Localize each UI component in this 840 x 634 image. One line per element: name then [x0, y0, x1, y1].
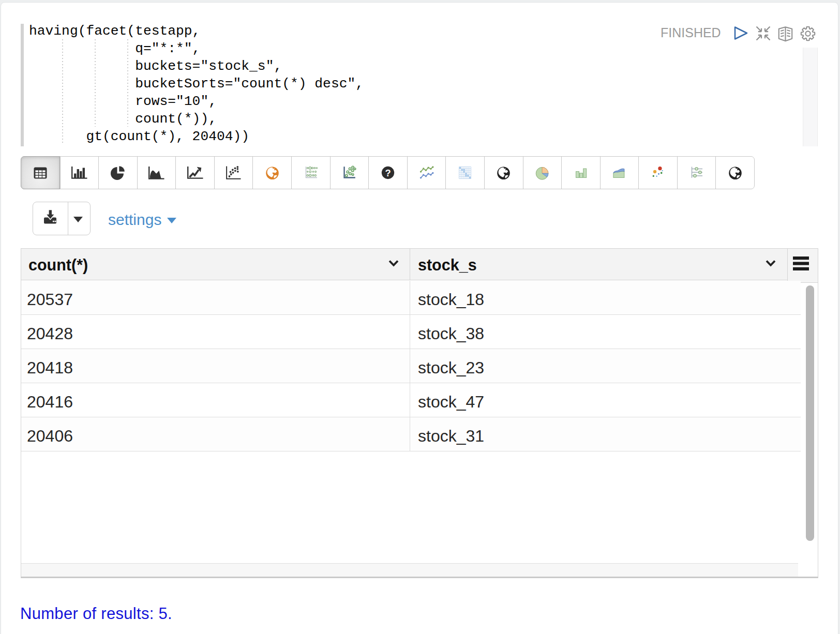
svg-text:?: ? — [385, 168, 391, 178]
